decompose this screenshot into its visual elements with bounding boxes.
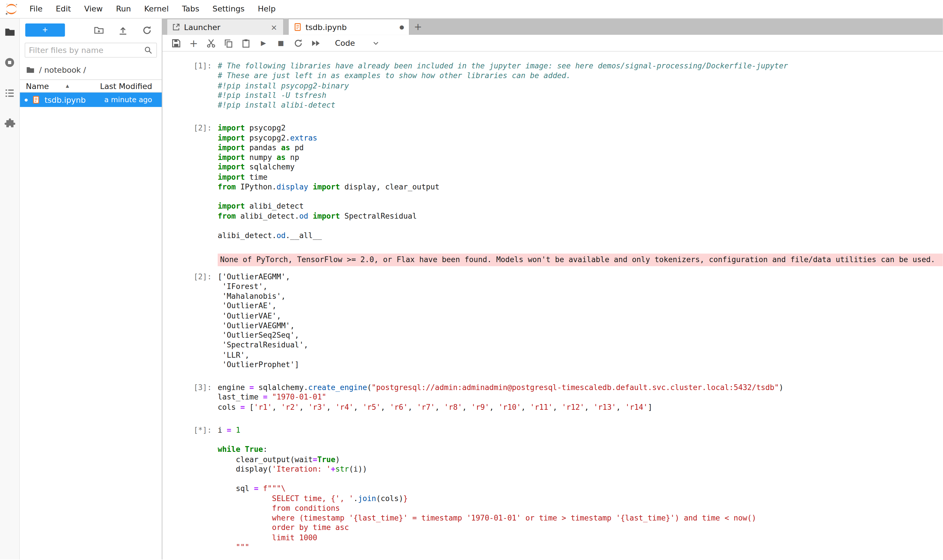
restart-kernel-button[interactable]: [293, 37, 304, 49]
output-area: ['OutlierAEGMM', 'IForest', 'Mahalanobis…: [218, 272, 943, 369]
file-name: tsdb.ipynb: [45, 95, 86, 105]
puzzle-icon: [4, 118, 15, 130]
list-icon: [4, 88, 15, 99]
code-line[interactable]: [218, 192, 943, 202]
code-line[interactable]: clear_output(wait=True): [218, 455, 943, 465]
new-launcher-button[interactable]: +: [25, 23, 65, 37]
menu-tabs[interactable]: Tabs: [175, 0, 206, 18]
column-last-modified[interactable]: Last Modified: [100, 82, 152, 91]
code-line[interactable]: alibi_detect.od.__all__: [218, 231, 943, 240]
code-line[interactable]: while True:: [218, 445, 943, 455]
code-line[interactable]: SELECT time, {', '.join(cols)}: [218, 494, 943, 503]
code-editor[interactable]: import psycopg2import psycopg2.extrasimp…: [218, 123, 943, 240]
input-prompt: [1]:: [162, 61, 218, 110]
code-line[interactable]: cols = ['r1', 'r2', 'r3', 'r4', 'r5', 'r…: [218, 402, 943, 412]
code-line[interactable]: [218, 474, 943, 484]
code-line[interactable]: import sqlalchemy: [218, 163, 943, 172]
code-line[interactable]: # The following libraries have already b…: [218, 61, 943, 71]
tab-launcher[interactable]: Launcher ×: [167, 18, 284, 35]
code-line[interactable]: order by time asc: [218, 523, 943, 533]
sidebar-tab-table-of-contents[interactable]: [4, 87, 16, 99]
code-line[interactable]: from conditions: [218, 503, 943, 513]
cut-icon: [206, 38, 216, 48]
code-line[interactable]: import psycopg2: [218, 123, 943, 133]
code-cell: [3]:engine = sqlalchemy.create_engine("p…: [162, 383, 943, 412]
paste-cells-button[interactable]: [241, 37, 252, 49]
run-cell-button[interactable]: ▶: [258, 37, 269, 49]
code-line[interactable]: import numpy as np: [218, 152, 943, 162]
notebook-panel[interactable]: [1]:# The following libraries have alrea…: [162, 52, 943, 559]
input-prompt: [3]:: [162, 383, 218, 412]
file-filter-input[interactable]: [29, 46, 144, 55]
menu-edit[interactable]: Edit: [49, 0, 77, 18]
code-line[interactable]: import pandas as pd: [218, 143, 943, 152]
code-editor[interactable]: # The following libraries have already b…: [218, 61, 943, 110]
code-line[interactable]: from IPython.display import display, cle…: [218, 182, 943, 192]
tab-label: tsdb.ipynb: [306, 23, 396, 31]
cell-type-dropdown[interactable]: Code: [335, 38, 380, 48]
code-line[interactable]: """: [218, 543, 943, 552]
code-line[interactable]: where (timestamp '{last_time}' = timesta…: [218, 513, 943, 523]
new-tab-button[interactable]: +: [409, 18, 426, 35]
open-file-indicator: [25, 98, 28, 101]
code-line[interactable]: #!pip install -U tsfresh: [218, 91, 943, 100]
interrupt-kernel-button[interactable]: ■: [275, 37, 286, 49]
code-line[interactable]: from alibi_detect.od import SpectralResi…: [218, 211, 943, 221]
tab-tsdb-notebook[interactable]: tsdb.ipynb ●: [288, 18, 409, 35]
file-row-tsdb-ipynb[interactable]: tsdb.ipynb a minute ago: [20, 92, 162, 107]
code-line[interactable]: last_time = "1970-01-01": [218, 392, 943, 402]
code-line[interactable]: #!pip install psycopg2-binary: [218, 81, 943, 91]
unsaved-changes-icon: ●: [400, 24, 404, 30]
code-line[interactable]: # These are just left in as examples to …: [218, 71, 943, 81]
code-editor[interactable]: engine = sqlalchemy.create_engine("postg…: [218, 383, 943, 412]
cut-cells-button[interactable]: [205, 37, 216, 49]
close-icon[interactable]: ×: [270, 23, 278, 31]
code-line[interactable]: i = 1: [218, 425, 943, 435]
menu-item-list: FileEditViewRunKernelTabsSettingsHelp: [23, 0, 282, 18]
code-line[interactable]: [218, 552, 943, 559]
upload-icon: [118, 25, 128, 35]
input-prompt: [2]:: [162, 123, 218, 240]
copy-cells-button[interactable]: [223, 37, 234, 49]
code-line[interactable]: display('Iteration: '+str(i)): [218, 465, 943, 474]
menu-view[interactable]: View: [77, 0, 110, 18]
tab-label: Launcher: [184, 23, 266, 31]
code-line[interactable]: [218, 221, 943, 231]
sidebar-tab-extensions[interactable]: [4, 118, 16, 130]
file-browser-panel: +: [20, 18, 162, 559]
launcher-icon: [172, 23, 181, 31]
code-line[interactable]: import psycopg2.extras: [218, 133, 943, 143]
code-line[interactable]: engine = sqlalchemy.create_engine("postg…: [218, 383, 943, 392]
menu-run[interactable]: Run: [110, 0, 138, 18]
column-name[interactable]: Name: [26, 82, 49, 91]
menu-settings[interactable]: Settings: [206, 0, 251, 18]
code-line[interactable]: #!pip install alibi-detect: [218, 100, 943, 110]
code-line[interactable]: import alibi_detect: [218, 202, 943, 211]
sidebar-tab-file-browser[interactable]: [4, 26, 16, 38]
code-line[interactable]: limit 1000: [218, 533, 943, 543]
restart-icon: [293, 38, 303, 48]
tab-bar: Launcher × tsdb.ipynb ● +: [162, 18, 943, 35]
code-line[interactable]: sql = f"""\: [218, 484, 943, 494]
output-cell: [2]:['OutlierAEGMM', 'IForest', 'Mahalan…: [162, 272, 943, 369]
breadcrumb[interactable]: / notebook /: [20, 62, 162, 79]
menu-kernel[interactable]: Kernel: [137, 0, 175, 18]
jupyterlab-window: FileEditViewRunKernelTabsSettingsHelp +: [0, 0, 943, 560]
folder-icon: [4, 26, 15, 37]
code-line[interactable]: import time: [218, 172, 943, 182]
refresh-icon: [142, 25, 152, 35]
input-prompt: [*]:: [162, 425, 218, 559]
new-folder-button[interactable]: [93, 25, 104, 35]
menu-help[interactable]: Help: [251, 0, 282, 18]
upload-button[interactable]: [117, 25, 128, 35]
save-button[interactable]: [171, 37, 182, 49]
running-kernels-icon: [4, 57, 15, 68]
sidebar-tab-running-kernels[interactable]: [4, 56, 16, 68]
refresh-button[interactable]: [141, 25, 152, 35]
code-editor[interactable]: i = 1while True: clear_output(wait=True)…: [218, 425, 943, 559]
notebook-icon: [293, 23, 302, 31]
restart-run-all-button[interactable]: [310, 37, 321, 49]
menu-file[interactable]: File: [23, 0, 49, 18]
code-line[interactable]: [218, 435, 943, 445]
insert-cell-button[interactable]: +: [188, 37, 199, 49]
